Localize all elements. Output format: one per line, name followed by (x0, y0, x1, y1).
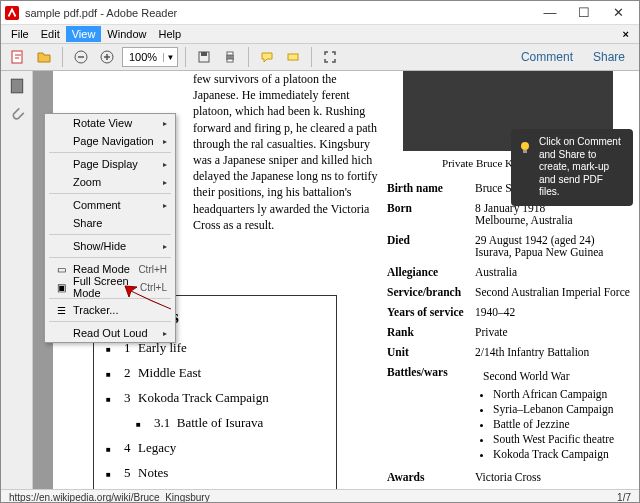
menu-full-screen[interactable]: ▣Full Screen ModeCtrl+L (45, 278, 175, 296)
page-indicator: 1/7 (617, 492, 631, 503)
menu-view[interactable]: View (66, 26, 102, 42)
menu-zoom[interactable]: Zoom▸ (45, 173, 175, 191)
lightbulb-icon (517, 139, 533, 155)
tooltip-text: Click on Comment and Share to create, ma… (539, 136, 621, 197)
statusbar: https://en.wikipedia.org/wiki/Bruce_King… (1, 489, 639, 503)
attachments-icon[interactable] (8, 105, 26, 123)
menu-help[interactable]: Help (152, 26, 187, 42)
share-panel-button[interactable]: Share (585, 48, 633, 66)
info-row: Born8 January 1918Melbourne, Australia (387, 202, 639, 226)
maximize-button[interactable]: ☐ (567, 2, 601, 24)
menu-edit[interactable]: Edit (35, 26, 66, 42)
menubar: File Edit View Window Help × (1, 25, 639, 43)
info-row: Years of service1940–42 (387, 306, 639, 318)
menu-window[interactable]: Window (101, 26, 152, 42)
open-button[interactable] (33, 46, 55, 68)
menu-page-navigation[interactable]: Page Navigation▸ (45, 132, 175, 150)
titlebar: sample pdf.pdf - Adobe Reader — ☐ ✕ (1, 1, 639, 25)
zoom-dropdown-icon[interactable]: ▼ (163, 53, 177, 62)
info-row-awards: AwardsVictoria Cross (387, 471, 639, 483)
toolbar: ▼ Comment Share (1, 43, 639, 71)
view-menu-dropdown: Rotate View▸ Page Navigation▸ Page Displ… (44, 113, 176, 343)
toc-item[interactable]: ■3 Kokoda Track Campaign (106, 390, 324, 406)
svg-rect-10 (11, 79, 22, 93)
comment-panel-button[interactable]: Comment (513, 48, 581, 66)
close-button[interactable]: ✕ (601, 2, 635, 24)
sidebar (1, 71, 33, 489)
zoom-input[interactable] (123, 51, 163, 63)
fullscreen-icon: ▣ (53, 280, 69, 294)
zoom-combo[interactable]: ▼ (122, 47, 178, 67)
menu-page-display[interactable]: Page Display▸ (45, 155, 175, 173)
minimize-button[interactable]: — (533, 2, 567, 24)
info-row: Unit2/14th Infantry Battalion (387, 346, 639, 358)
sticky-note-button[interactable] (256, 46, 278, 68)
toc-item[interactable]: ■5 Notes (106, 465, 324, 481)
close-document-button[interactable]: × (617, 28, 635, 40)
menu-share[interactable]: Share (45, 214, 175, 232)
save-button[interactable] (193, 46, 215, 68)
body-paragraph: few survivors of a platoon the Japanese.… (193, 71, 385, 233)
svg-rect-8 (227, 59, 233, 62)
status-url: https://en.wikipedia.org/wiki/Bruce_King… (9, 492, 210, 503)
fullscreen-toggle-button[interactable] (319, 46, 341, 68)
menu-read-out-loud[interactable]: Read Out Loud▸ (45, 324, 175, 342)
menu-show-hide[interactable]: Show/Hide▸ (45, 237, 175, 255)
window-title: sample pdf.pdf - Adobe Reader (25, 7, 533, 19)
menu-rotate-view[interactable]: Rotate View▸ (45, 114, 175, 132)
menu-tracker[interactable]: ☰Tracker... (45, 301, 175, 319)
feature-tooltip: Click on Comment and Share to create, ma… (511, 129, 633, 206)
info-row: Service/branchSecond Australian Imperial… (387, 286, 639, 298)
toc-subitem[interactable]: ■3.1 Battle of Isurava (136, 415, 324, 431)
toc-item[interactable]: ■4 Legacy (106, 440, 324, 456)
highlight-button[interactable] (282, 46, 304, 68)
svg-point-11 (521, 142, 529, 150)
info-row: Died29 August 1942 (aged 24)Isurava, Pap… (387, 234, 639, 258)
svg-rect-5 (201, 52, 207, 56)
thumbnails-icon[interactable] (8, 77, 26, 95)
info-row: RankPrivate (387, 326, 639, 338)
svg-rect-1 (12, 51, 22, 63)
infobox: Birth nameBruce Steel KingsburyBorn8 Jan… (387, 177, 639, 489)
svg-rect-12 (523, 150, 527, 153)
export-pdf-button[interactable] (7, 46, 29, 68)
tracker-icon: ☰ (53, 303, 69, 317)
menu-file[interactable]: File (5, 26, 35, 42)
adobe-reader-icon (5, 6, 19, 20)
read-mode-icon: ▭ (53, 262, 69, 276)
zoom-out-button[interactable] (70, 46, 92, 68)
info-row-battles: Battles/warsSecond World WarNorth Africa… (387, 366, 639, 463)
svg-rect-7 (227, 52, 233, 55)
print-button[interactable] (219, 46, 241, 68)
info-row: AllegianceAustralia (387, 266, 639, 278)
menu-comment[interactable]: Comment▸ (45, 196, 175, 214)
svg-rect-9 (288, 54, 298, 60)
zoom-in-button[interactable] (96, 46, 118, 68)
toc-item[interactable]: ■2 Middle East (106, 365, 324, 381)
